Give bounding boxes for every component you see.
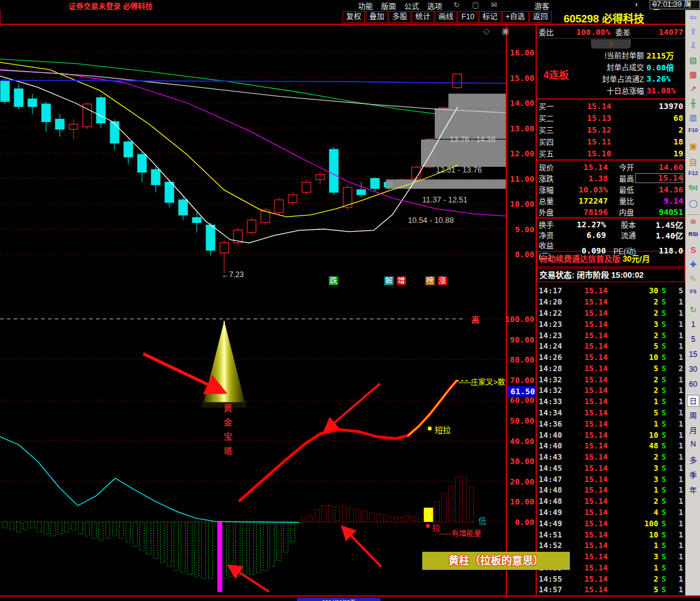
toolbar-button-标记[interactable]: 标记 [479, 11, 501, 23]
badge-解[interactable]: 解 [384, 277, 394, 285]
period-年[interactable]: 年 [686, 485, 700, 495]
period-60[interactable]: 60 [686, 380, 700, 389]
f5-icon[interactable]: F5 [686, 288, 700, 295]
restore-button[interactable]: □ [666, 0, 676, 9]
structure-icon[interactable]: ▣ [686, 141, 700, 151]
period-月[interactable]: 月 [686, 425, 700, 435]
period-30[interactable]: 30 [686, 365, 700, 374]
toolbar-button-+自选[interactable]: +自选 [502, 11, 529, 23]
refresh-icon[interactable]: ↻ [453, 1, 460, 9]
price-axis-label: 16.00 [510, 48, 534, 57]
detail-block: 现价15.14今开14.60涨跌1.38最高15.14涨幅10.03%最低14.… [537, 161, 685, 219]
badge-跌[interactable]: 跌 [329, 277, 338, 285]
period-5[interactable]: 5 [686, 335, 700, 344]
quote-grid-icon[interactable]: ▦ [686, 70, 700, 79]
minimize-button[interactable]: − [649, 0, 659, 9]
lianban-badge: 4连板 [537, 49, 575, 98]
down-arrow-icon[interactable]: ⇩ [686, 41, 700, 50]
svg-text:12.51 - 13.76: 12.51 - 13.76 [436, 166, 482, 174]
fund-row: 净资6.69流通1.40亿 [537, 229, 685, 240]
toolbar-button-返回[interactable]: 返回 [529, 11, 552, 23]
rsi-icon[interactable]: RSI [686, 231, 700, 237]
multi-line-icon[interactable]: ≋ [686, 217, 700, 226]
period-15[interactable]: 15 [686, 350, 700, 359]
renewal-price: 30元/月 [623, 254, 650, 263]
seal-row: 封单占流通Z3.26% [575, 73, 685, 85]
svg-text:13.76 - 14.36: 13.76 - 14.36 [450, 135, 496, 144]
f12-icon[interactable]: F12 [686, 170, 700, 176]
chevron-up-icon[interactable]: ∧ [591, 39, 631, 49]
seal-row: !当前封单额2115万 [575, 49, 685, 61]
period-N[interactable]: N [686, 440, 700, 448]
price-axis-label: 9.00 [515, 225, 534, 234]
s-icon[interactable]: S [686, 245, 700, 255]
mail-icon[interactable]: ✉ [491, 1, 497, 9]
indicator-value-box: 61.50 [507, 386, 536, 397]
toolbar-button-叠加[interactable]: 叠加 [366, 11, 388, 23]
price-axis-label: 12.00 [510, 149, 534, 158]
up-arrow-icon[interactable]: ⇧ [686, 27, 700, 36]
badge-涨[interactable]: 涨 [438, 277, 447, 285]
seal-value: 31.08% [646, 86, 685, 95]
fund-block: 换手12.27%股本1.45亿净资6.69流通1.40亿收益(三)0.090PE… [537, 219, 685, 250]
price-axis: 16.0015.0014.0013.0012.0011.0010.009.008… [507, 26, 536, 285]
fund-row: 换手12.27%股本1.45亿 [537, 219, 685, 229]
candlestick-chart[interactable]: 13.76 - 14.3612.51 - 13.7611.37 - 12.511… [0, 26, 506, 285]
golden-pagoda-label: 黄金宝塔 [221, 404, 234, 478]
refresh-icon[interactable]: ↻ [686, 305, 700, 315]
save-icon[interactable]: ▢ [472, 1, 479, 9]
period-多[interactable]: 多 [686, 455, 700, 465]
badge-增[interactable]: 增 [397, 277, 406, 285]
period-日[interactable]: 日 [687, 395, 699, 407]
period-周[interactable]: 周 [686, 410, 700, 420]
detail-row: 外盘78196内盘94051 [537, 206, 685, 217]
circle-icon[interactable]: ◯ [686, 199, 700, 208]
tick-row: 14:3315.141S1 [537, 396, 685, 407]
report-icon[interactable]: ▤ [686, 55, 700, 65]
weicha-value: 14077 [630, 27, 683, 37]
period-1[interactable]: 1 [686, 320, 700, 329]
zhuangjia-label: -----庄家叉>散 [458, 376, 506, 387]
move-icon[interactable]: ✚ [686, 260, 700, 269]
toolbar-button-统计[interactable]: 统计 [412, 11, 434, 23]
toolbar-button-复权[interactable]: 复权 [343, 11, 365, 23]
seal-label: !当前封单额 [575, 50, 646, 60]
weibi-value: 100.00% [557, 27, 610, 37]
news-icon[interactable]: ▥ [686, 113, 700, 122]
period-季[interactable]: 季 [686, 470, 700, 480]
chart-corner-icons[interactable]: ◇ ▣ [483, 26, 514, 35]
tick-row: 14:4715.143S1 [537, 473, 685, 485]
panel-expander[interactable]: ∧ [537, 39, 685, 49]
indicator-panel[interactable] [0, 285, 506, 595]
close-button[interactable]: × [684, 0, 694, 9]
tick-row: 14:3415.145S1 [537, 407, 685, 419]
fund-row: 收益(三)0.090PE(动)118.0 [537, 240, 685, 250]
indicator-axis-label: 100.00 [505, 315, 534, 324]
tick-row: 14:2615.1410S1 [537, 352, 685, 363]
trade-status: 交易状态: 闭市阶段 15:00:02 [537, 268, 685, 282]
badge-榜[interactable]: 榜 [425, 277, 435, 285]
zixuan-icon[interactable]: 自 [686, 156, 700, 168]
svg-text:10.54 - 10.88: 10.54 - 10.88 [408, 216, 454, 225]
seal-value: 2115万 [646, 49, 685, 61]
f10-icon[interactable]: F10 [686, 127, 700, 133]
youzengneng-label: -----有增能量 [439, 528, 506, 538]
tick-row: 14:2315.143S1 [537, 318, 685, 329]
pencil-icon[interactable]: ✎ [686, 274, 700, 283]
back-arrow-icon[interactable]: ⇦ [686, 12, 700, 22]
weibi-label: 委比 [539, 27, 557, 37]
toolbar-buttons: 复权叠加多股统计画线F10标记+自选返回 [343, 11, 552, 23]
toolbar-button-多股[interactable]: 多股 [389, 11, 411, 23]
bid-row: 买五15.1019 [537, 148, 685, 159]
indicator-axis-label: 40.00 [510, 437, 534, 446]
formula-icon[interactable]: f(x) [686, 184, 700, 191]
toolbar-button-画线[interactable]: 画线 [435, 11, 457, 23]
bid-block: 买一15.1413970买二15.1368买三15.122买四15.1118买五… [537, 100, 685, 161]
toolbar-button-F10[interactable]: F10 [458, 11, 478, 23]
trend-line-icon[interactable]: ↗ [686, 84, 700, 93]
tick-list[interactable]: 14:1715.1430S514:2015.142S114:2215.142S1… [537, 285, 685, 595]
nav-back-button[interactable]: ‹ [631, 0, 641, 9]
tick-row: 14:4915.144S1 [537, 507, 685, 518]
duanla-label: 短拉 [435, 424, 451, 435]
kline-icon[interactable]: ╫ [686, 98, 700, 108]
